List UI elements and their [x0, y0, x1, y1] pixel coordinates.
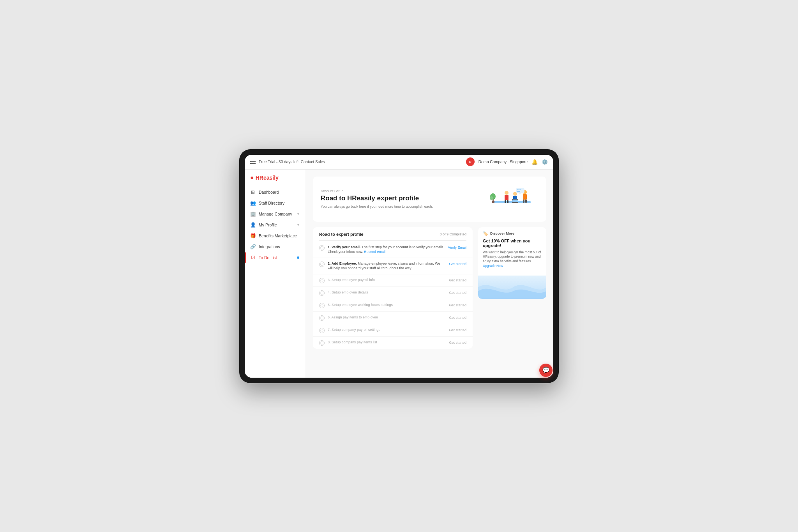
task-checkbox[interactable] [319, 328, 325, 333]
task-text: 6. Assign pay items to employee [328, 315, 446, 320]
task-text: 7. Setup company payroll settings [328, 327, 446, 332]
sidebar-item-label: Staff Directory [259, 201, 284, 205]
task-checkbox[interactable] [319, 315, 325, 321]
hamburger-icon[interactable] [250, 160, 256, 164]
hero-description: You can always go back here if you need … [321, 204, 478, 209]
get-started-link[interactable]: Get started [449, 262, 466, 266]
upgrade-now-link[interactable]: Upgrade Now [483, 264, 503, 268]
top-bar: Free Trial - 30 days left. Contact Sales… [245, 155, 553, 170]
content-area: Account Setup Road to HReasily expert pr… [305, 170, 553, 378]
task-checkbox[interactable] [319, 245, 325, 251]
discover-wave [478, 276, 546, 299]
svg-rect-19 [517, 189, 519, 190]
svg-point-5 [505, 191, 508, 195]
task-content: 3. Setup employee payroll info [328, 277, 446, 283]
task-item: 6. Assign pay items to employee Get star… [313, 312, 473, 324]
task-item: 1. Verify your email. The first step for… [313, 242, 473, 258]
trial-text: Free Trial - 30 days left. Contact Sales [259, 160, 325, 164]
contact-sales-link[interactable]: Contact Sales [301, 160, 325, 164]
hero-text: Account Setup Road to HReasily expert pr… [321, 189, 478, 209]
task-text: 3. Setup employee payroll info [328, 277, 446, 283]
svg-point-3 [490, 196, 493, 200]
sidebar-item-staff-directory[interactable]: 👥 Staff Directory [245, 198, 305, 209]
svg-point-27 [320, 316, 323, 319]
task-item: 4. Setup employee details Get started [313, 287, 473, 299]
task-item: 2. Add Employee. Manage employee leave, … [313, 258, 473, 274]
user-icon: 👤 [250, 222, 256, 228]
svg-point-25 [320, 292, 323, 294]
tablet-screen: Free Trial - 30 days left. Contact Sales… [245, 155, 553, 378]
task-content: 8. Setup company pay items list [328, 340, 446, 345]
main-layout: ● HReasily ⊞ Dashboard 👥 Staff Directory… [245, 170, 553, 378]
discover-panel: 🏷️ Discover More Get 10% OFF when you up… [478, 227, 546, 349]
sidebar-item-label: Integrations [259, 244, 280, 249]
task-checkbox[interactable] [319, 340, 325, 346]
gift-icon: 🎁 [250, 233, 256, 239]
notification-icon[interactable]: 🔔 [531, 159, 538, 165]
svg-rect-14 [523, 194, 527, 200]
task-text: 2. Add Employee. Manage employee leave, … [328, 261, 446, 271]
svg-point-26 [320, 304, 323, 307]
task-checkbox[interactable] [319, 278, 325, 283]
company-avatar: D [466, 157, 475, 166]
get-started-link[interactable]: Get started [449, 341, 466, 345]
settings-icon[interactable]: ⚙️ [542, 159, 548, 165]
sidebar-item-label: Benefits Marketplace [259, 233, 297, 238]
task-checkbox[interactable] [319, 303, 325, 308]
svg-point-28 [320, 329, 323, 332]
svg-rect-12 [512, 200, 518, 202]
chevron-right-icon: ▾ [297, 212, 299, 216]
svg-rect-20 [519, 189, 521, 190]
sidebar-item-integrations[interactable]: 🔗 Integrations [245, 241, 305, 252]
sidebar-item-dashboard[interactable]: ⊞ Dashboard [245, 187, 305, 198]
sidebar-item-to-do-list[interactable]: ☑ To Do List [245, 252, 305, 263]
svg-point-24 [320, 279, 323, 282]
task-text: 1. Verify your email. The first step for… [328, 245, 445, 255]
task-text: 4. Setup employee details [328, 290, 446, 295]
bottom-section: Road to expert profile 0 of 9 Completed [313, 227, 546, 349]
dashboard-icon: ⊞ [250, 189, 256, 195]
sidebar-item-manage-company[interactable]: 🏢 Manage Company ▾ [245, 209, 305, 219]
sidebar-item-my-profile[interactable]: 👤 My Profile ▾ [245, 219, 305, 230]
users-icon: 👥 [250, 200, 256, 206]
get-started-link[interactable]: Get started [449, 291, 466, 295]
get-started-link[interactable]: Get started [449, 278, 466, 282]
task-checkbox[interactable] [319, 262, 325, 267]
task-text: 5. Setup employee working hours settings [328, 302, 446, 308]
building-icon: 🏢 [250, 211, 256, 217]
discover-icon: 🏷️ [483, 231, 488, 236]
svg-point-23 [320, 263, 323, 265]
verify-email-link[interactable]: Verify Email [448, 246, 466, 249]
get-started-link[interactable]: Get started [449, 328, 466, 332]
discover-header: 🏷️ Discover More [478, 227, 546, 239]
account-setup-label: Account Setup [321, 189, 478, 193]
task-checkbox[interactable] [319, 290, 325, 296]
sidebar-item-benefits-marketplace[interactable]: 🎁 Benefits Marketplace [245, 230, 305, 241]
task-content: 1. Verify your email. The first step for… [328, 245, 445, 255]
get-started-link[interactable]: Get started [449, 316, 466, 320]
top-bar-right: D Demo Company · Singapore 🔔 ⚙️ [466, 157, 548, 166]
logo-text: HReasily [256, 175, 279, 181]
sidebar-item-label: My Profile [259, 223, 277, 227]
logo-icon: ● [250, 174, 254, 181]
discover-card: 🏷️ Discover More Get 10% OFF when you up… [478, 227, 546, 299]
discover-description: We want to help you get the most out of … [483, 250, 542, 269]
task-item: 7. Setup company payroll settings Get st… [313, 324, 473, 337]
task-content: 6. Assign pay items to employee [328, 315, 446, 320]
chat-fab-button[interactable]: 💬 [539, 364, 553, 377]
discover-title: Get 10% OFF when you upgrade! [483, 239, 542, 248]
progress-panel: Road to expert profile 0 of 9 Completed [313, 227, 473, 349]
hero-title: Road to HReasily expert profile [321, 194, 478, 202]
sidebar-item-label: Manage Company [259, 212, 292, 216]
top-bar-left: Free Trial - 30 days left. Contact Sales [250, 160, 466, 164]
progress-count: 0 of 9 Completed [440, 232, 466, 236]
resend-email-link[interactable]: Resend email [364, 250, 385, 254]
sidebar-item-label: Dashboard [259, 190, 279, 194]
get-started-link[interactable]: Get started [449, 303, 466, 307]
task-item: 5. Setup employee working hours settings… [313, 299, 473, 312]
progress-header: Road to expert profile 0 of 9 Completed [313, 227, 473, 240]
task-content: 5. Setup employee working hours settings [328, 302, 446, 308]
list-icon: ☑ [250, 255, 256, 260]
discover-label: Discover More [490, 232, 514, 235]
progress-bar-track [319, 240, 466, 241]
